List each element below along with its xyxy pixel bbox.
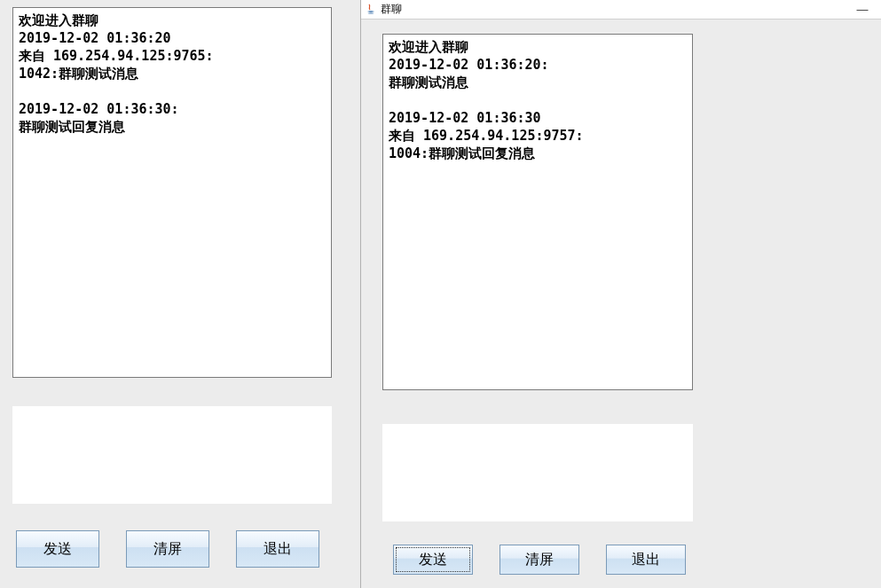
- minimize-button[interactable]: —: [851, 3, 874, 16]
- chat-window-left: 欢迎进入群聊 2019-12-02 01:36:20 来自 169.254.94…: [0, 0, 360, 588]
- button-row: 发送 清屏 退出: [393, 545, 686, 575]
- clear-button[interactable]: 清屏: [499, 545, 579, 575]
- java-icon: [365, 4, 377, 16]
- chat-window-right: 群聊 — 欢迎进入群聊 2019-12-02 01:36:20: 群聊测试消息 …: [360, 0, 881, 588]
- clear-button[interactable]: 清屏: [126, 530, 209, 568]
- button-row: 发送 清屏 退出: [16, 530, 319, 568]
- chat-log[interactable]: 欢迎进入群聊 2019-12-02 01:36:20 来自 169.254.94…: [12, 7, 332, 378]
- send-button[interactable]: 发送: [393, 545, 473, 575]
- window-title: 群聊: [381, 2, 402, 17]
- message-input[interactable]: [12, 406, 332, 504]
- window-titlebar: 群聊 —: [361, 0, 881, 20]
- exit-button[interactable]: 退出: [606, 545, 686, 575]
- message-input[interactable]: [382, 424, 693, 521]
- window-controls: —: [851, 3, 881, 16]
- chat-log[interactable]: 欢迎进入群聊 2019-12-02 01:36:20: 群聊测试消息 2019-…: [382, 34, 693, 390]
- send-button[interactable]: 发送: [16, 530, 99, 568]
- exit-button[interactable]: 退出: [236, 530, 319, 568]
